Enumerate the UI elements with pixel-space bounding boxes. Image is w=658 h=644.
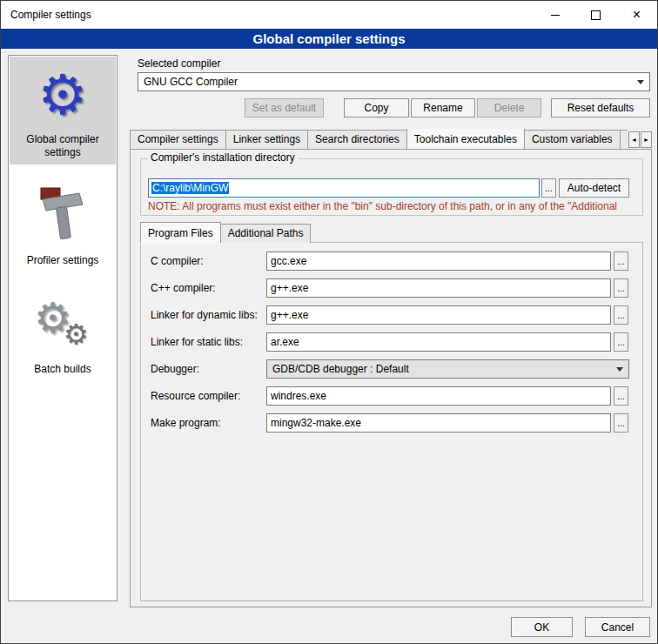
tab-build-options[interactable]: Build options	[620, 130, 628, 149]
subtab-program-files[interactable]: Program Files	[140, 222, 221, 243]
reset-defaults-button[interactable]: Reset defaults	[551, 98, 650, 117]
maximize-icon	[591, 10, 601, 20]
chevron-down-icon	[616, 367, 623, 372]
profiler-icon	[36, 184, 90, 247]
resource-compiler-label: Resource compiler:	[151, 386, 240, 406]
tab-search-directories[interactable]: Search directories	[307, 130, 407, 149]
close-icon: ×	[633, 8, 641, 22]
resource-compiler-browse-button[interactable]: ...	[614, 386, 628, 406]
tab-toolchain-executables[interactable]: Toolchain executables	[406, 129, 525, 149]
selected-compiler-label: Selected compiler	[138, 57, 220, 70]
c-compiler-input[interactable]	[266, 252, 611, 271]
linker-dynamic-browse-button[interactable]: ...	[614, 305, 628, 325]
sidebar-item-label: Profiler settings	[27, 254, 99, 267]
set-as-default-button[interactable]: Set as default	[245, 98, 324, 117]
c-compiler-browse-button[interactable]: ...	[614, 252, 628, 271]
cpp-compiler-label: C++ compiler:	[151, 278, 216, 298]
tab-linker-settings[interactable]: Linker settings	[225, 130, 308, 149]
title-bar: Compiler settings ×	[1, 1, 657, 29]
tab-custom-variables[interactable]: Custom variables	[524, 130, 621, 149]
sidebar-item-batch-builds[interactable]: ⚙ ⚙ Batch builds	[10, 285, 116, 381]
linker-static-label: Linker for static libs:	[151, 332, 243, 352]
dialog-header: Global compiler settings	[1, 29, 657, 49]
settings-sidebar: ⚙ Global compiler settings Profiler sett…	[8, 55, 118, 601]
make-program-label: Make program:	[151, 413, 221, 433]
sidebar-item-label: Global compiler settings	[11, 133, 114, 159]
installation-directory-legend: Compiler's installation directory	[147, 151, 299, 164]
cpp-compiler-input[interactable]	[266, 278, 611, 298]
linker-dynamic-input[interactable]	[266, 305, 611, 325]
sidebar-item-global-compiler-settings[interactable]: ⚙ Global compiler settings	[10, 57, 116, 164]
installation-directory-input[interactable]: C:\raylib\MinGW	[148, 178, 540, 198]
global-compiler-gear-icon: ⚙	[37, 64, 87, 126]
installation-directory-browse-button[interactable]: ...	[541, 178, 556, 198]
subtab-additional-paths[interactable]: Additional Paths	[220, 224, 312, 243]
linker-static-input[interactable]	[266, 332, 611, 352]
compiler-settings-window: Compiler settings × Global compiler sett…	[0, 0, 658, 644]
tab-compiler-settings[interactable]: Compiler settings	[130, 130, 226, 149]
batch-builds-icon: ⚙ ⚙	[32, 292, 93, 356]
resource-compiler-input[interactable]	[266, 386, 611, 406]
close-button[interactable]: ×	[616, 1, 657, 29]
rename-button[interactable]: Rename	[411, 98, 475, 117]
maximize-button[interactable]	[575, 1, 616, 29]
linker-static-browse-button[interactable]: ...	[614, 332, 628, 352]
debugger-select[interactable]: GDB/CDB debugger : Default	[266, 359, 629, 379]
auto-detect-button[interactable]: Auto-detect	[559, 178, 629, 198]
sidebar-item-label: Batch builds	[34, 363, 91, 376]
cpp-compiler-browse-button[interactable]: ...	[614, 278, 628, 298]
tab-scroll-buttons: ◄ ►	[628, 131, 652, 148]
tab-scroll-right-button[interactable]: ►	[641, 131, 652, 148]
selected-compiler-value: GNU GCC Compiler	[144, 76, 238, 88]
c-compiler-label: C compiler:	[151, 252, 204, 271]
tab-scroll-left-button[interactable]: ◄	[628, 131, 640, 148]
ok-button[interactable]: OK	[511, 617, 573, 637]
debugger-value: GDB/CDB debugger : Default	[272, 363, 409, 375]
chevron-down-icon	[637, 80, 644, 84]
sidebar-item-profiler-settings[interactable]: Profiler settings	[10, 177, 116, 272]
program-files-tabstrip: Program Files Additional Paths	[140, 223, 310, 243]
settings-tabstrip: Compiler settings Linker settings Search…	[130, 129, 628, 149]
window-title: Compiler settings	[1, 9, 91, 21]
cancel-button[interactable]: Cancel	[585, 617, 650, 637]
make-program-input[interactable]	[266, 413, 611, 433]
delete-button[interactable]: Delete	[477, 98, 541, 117]
dialog-header-title: Global compiler settings	[252, 31, 405, 46]
copy-button[interactable]: Copy	[344, 98, 409, 117]
linker-dynamic-label: Linker for dynamic libs:	[151, 305, 258, 325]
minimize-icon	[551, 15, 560, 16]
selected-compiler-combobox[interactable]: GNU GCC Compiler	[138, 72, 650, 91]
installation-directory-value: C:\raylib\MinGW	[151, 182, 229, 194]
minimize-button[interactable]	[534, 1, 575, 29]
bin-subdirectory-note: NOTE: All programs must exist either in …	[148, 200, 646, 212]
debugger-label: Debugger:	[151, 359, 199, 379]
window-controls: ×	[534, 1, 657, 29]
make-program-browse-button[interactable]: ...	[614, 413, 628, 433]
